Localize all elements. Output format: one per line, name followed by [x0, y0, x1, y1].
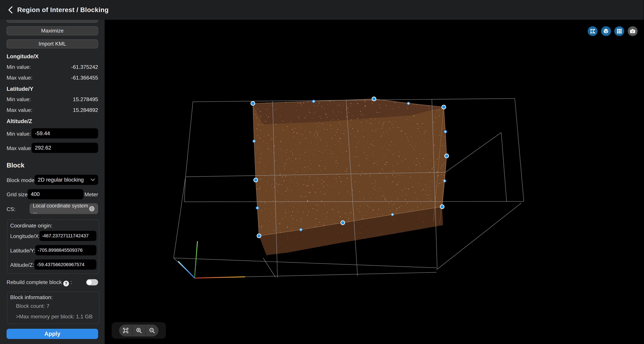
roi-edge-handle[interactable] — [252, 140, 256, 143]
block-mode-select[interactable]: 2D regular blocking — [34, 175, 98, 185]
coordinate-origin-heading: Coordinate origin: — [10, 223, 52, 229]
origin-altitude-label: Altitude/Z: — [10, 262, 34, 268]
roi-corner-handle[interactable] — [250, 101, 255, 106]
viewport-corner-tools — [588, 26, 638, 36]
import-kml-button[interactable]: Import KML — [6, 39, 98, 48]
zoom-toolbar-pill — [119, 325, 158, 337]
roi-edge-handle[interactable] — [312, 100, 315, 103]
altitude-max-input[interactable] — [32, 143, 98, 153]
cube-view-button[interactable] — [601, 26, 611, 36]
grid-icon — [617, 28, 622, 34]
origin-longitude-input[interactable] — [40, 231, 96, 241]
block-count-text: Block count: 7 — [16, 303, 50, 309]
block-mode-label: Block mode: — [6, 177, 36, 183]
origin-latitude-label: Latitude/Y: — [10, 248, 36, 254]
rebuild-block-label: Rebuild complete block ? : — [6, 279, 72, 286]
viewport-zoom-toolbar — [112, 322, 166, 339]
zoom-in-button[interactable] — [132, 325, 145, 337]
rebuild-label-suffix: : — [70, 279, 72, 285]
roi-edge-handle[interactable] — [407, 102, 410, 105]
roi-corner-handle[interactable] — [440, 204, 444, 209]
origin-altitude-input[interactable] — [34, 259, 96, 270]
axis-x-line — [194, 277, 245, 278]
roi-edge-handle[interactable] — [256, 206, 259, 209]
rebuild-block-toggle[interactable] — [86, 279, 98, 285]
altitude-min-label: Min value: — [6, 131, 31, 137]
roi-edge-handle[interactable] — [444, 130, 447, 133]
region-edit-button[interactable] — [588, 26, 598, 36]
header-bar: Region of Interest / Blocking — [0, 0, 644, 20]
longitude-min-value: -61.375242 — [71, 64, 98, 70]
roi-corner-handle[interactable] — [340, 220, 345, 225]
roi-corner-handle[interactable] — [254, 178, 258, 182]
grid-size-unit: Meter — [84, 191, 98, 198]
question-icon[interactable]: ? — [63, 281, 69, 286]
latitude-min-label: Min value: — [6, 96, 31, 103]
sidebar: Maximize Import KML Longitude/X Min valu… — [0, 0, 105, 344]
altitude-min-input[interactable] — [32, 128, 98, 139]
camera-icon — [630, 28, 636, 34]
altitude-heading: Altitude/Z — [6, 118, 32, 124]
max-memory-text: >Max memory per block: 1.1 GB — [16, 314, 92, 320]
altitude-max-label: Max value: — [6, 145, 32, 151]
roi-edge-handle[interactable] — [443, 179, 446, 182]
zoom-out-icon — [149, 328, 155, 334]
chevron-down-icon — [91, 178, 95, 181]
apply-button[interactable]: Apply — [6, 329, 98, 339]
longitude-min-label: Min value: — [6, 64, 31, 70]
axis-z-line — [178, 261, 194, 278]
zoom-out-button[interactable] — [146, 325, 158, 337]
block-mode-value: 2D regular blocking — [38, 177, 91, 183]
roi-corner-handle[interactable] — [372, 96, 376, 101]
latitude-min-value: 15.278495 — [73, 96, 98, 103]
viewport-3d-scene[interactable] — [105, 20, 644, 344]
latitude-heading: Latitude/Y — [6, 86, 33, 92]
block-information-heading: Block information: — [10, 294, 53, 301]
longitude-max-value: -61.366455 — [71, 75, 98, 81]
roi-edge-handle[interactable] — [299, 228, 302, 231]
back-button[interactable] — [3, 3, 17, 17]
grid-view-button[interactable] — [614, 26, 624, 36]
latitude-max-value: 15.284892 — [73, 107, 98, 113]
screenshot-button[interactable] — [628, 26, 638, 36]
longitude-max-label: Max value: — [6, 75, 32, 81]
roi-edge-handle[interactable] — [391, 213, 394, 216]
origin-longitude-label: Longitude/X: — [10, 233, 40, 239]
latitude-max-label: Max value: — [6, 107, 32, 113]
grid-size-label: Grid size: — [6, 191, 29, 198]
viewport-3d[interactable] — [105, 20, 644, 344]
roi-corner-handle[interactable] — [442, 105, 446, 109]
zoom-in-icon — [136, 328, 142, 334]
fit-view-button[interactable] — [119, 325, 132, 337]
fit-view-icon — [122, 328, 129, 334]
origin-latitude-input[interactable] — [35, 245, 96, 255]
cs-button[interactable]: Local coordinate system ... — [30, 203, 98, 214]
cs-value: Local coordinate system ... — [33, 203, 89, 214]
grid-size-input[interactable] — [28, 189, 83, 199]
block-heading: Block — [6, 162, 24, 169]
globe-icon — [89, 206, 95, 212]
app-window: Region of Interest / Blocking Maximize I… — [0, 0, 644, 344]
rebuild-label-text: Rebuild complete block — [6, 279, 62, 285]
chevron-left-icon — [8, 6, 13, 13]
toggle-knob — [87, 280, 92, 285]
region-icon — [590, 28, 596, 34]
roi-corner-handle[interactable] — [444, 154, 449, 158]
roi-corner-handle[interactable] — [257, 233, 261, 238]
cs-label: CS: — [6, 206, 16, 212]
coordinate-origin-group: Coordinate origin: Longitude/X: Latitude… — [7, 219, 100, 274]
block-information-group: Block information: Block count: 7 >Max m… — [7, 292, 100, 324]
longitude-heading: Longitude/X — [6, 53, 38, 60]
axis-y-line — [194, 241, 198, 278]
cube-icon — [603, 28, 609, 34]
maximize-button[interactable]: Maximize — [6, 26, 98, 35]
page-title: Region of Interest / Blocking — [17, 6, 109, 13]
